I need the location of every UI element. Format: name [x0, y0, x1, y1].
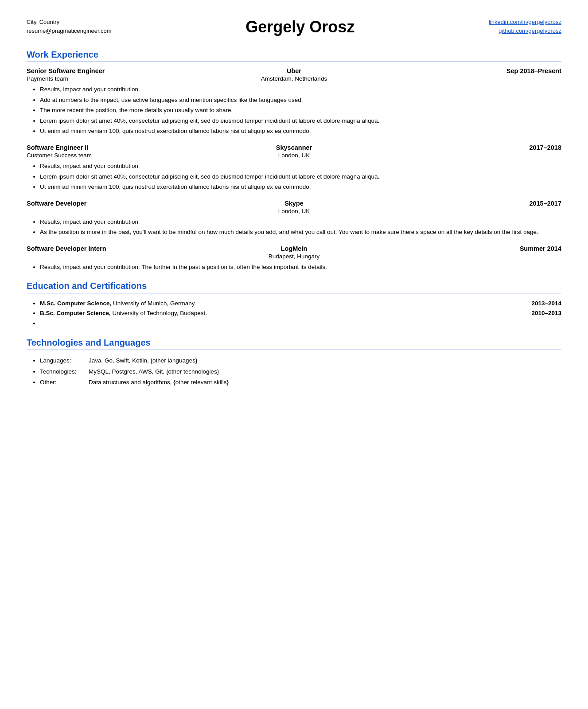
header-city: City, Country: [27, 18, 112, 27]
job-skyscanner-sub-right: [383, 152, 561, 159]
job-logmein-title: Software Developer Intern: [27, 245, 205, 252]
education-title: Education and Certifications: [27, 281, 561, 291]
edu-item-msc-bold: M.Sc. Computer Science,: [40, 300, 111, 307]
github-link[interactable]: github.com/gergelyorosz: [498, 27, 561, 34]
job-skype-team: [27, 208, 205, 214]
job-uber: Senior Software Engineer Uber Sep 2018–P…: [27, 67, 561, 136]
list-item: M.Sc. Computer Science, University of Mu…: [40, 299, 561, 309]
list-item: Ut enim ad minim veniam 100, quis nostru…: [40, 182, 561, 192]
job-logmein-sub-right: [383, 253, 561, 260]
job-skyscanner: Software Engineer II Skyscanner 2017–201…: [27, 144, 561, 192]
tech-languages-value: Java, Go, Swift, Kotlin, {other language…: [89, 355, 561, 366]
job-skype-date: 2015–2017: [383, 200, 561, 207]
list-item: The more recent the position, the more d…: [40, 105, 561, 115]
job-skype-location: London, UK: [205, 208, 383, 214]
work-experience-section: Work Experience Senior Software Engineer…: [27, 50, 561, 272]
candidate-name: Gergely Orosz: [112, 18, 489, 36]
list-item: Add at numbers to the impact, use active…: [40, 95, 561, 105]
list-item: Results, impact and your contribution.: [40, 85, 561, 94]
tech-technologies-value: MySQL, Postgres, AWS, Git, {other techno…: [89, 366, 561, 377]
job-uber-bullets: Results, impact and your contribution. A…: [27, 85, 561, 136]
list-item: As the position is more in the past, you…: [40, 227, 561, 237]
edu-item-empty-text: [40, 319, 561, 329]
tech-other-label: Other:: [40, 377, 89, 388]
technologies-divider: [27, 350, 561, 350]
job-skyscanner-date: 2017–2018: [383, 144, 561, 151]
tech-technologies-label: Technologies:: [40, 366, 89, 377]
job-skype-company: Skype: [205, 200, 383, 207]
job-uber-date: Sep 2018–Present: [383, 67, 561, 74]
header-name-block: Gergely Orosz: [112, 18, 489, 36]
work-experience-title: Work Experience: [27, 50, 561, 60]
edu-item-msc-text: M.Sc. Computer Science, University of Mu…: [40, 299, 531, 309]
job-skype-sub-right: [383, 208, 561, 214]
job-uber-team: Payments team: [27, 75, 205, 82]
job-skype: Software Developer Skype 2015–2017 Londo…: [27, 200, 561, 237]
header-email: resume@pragmaticengineer.com: [27, 27, 112, 35]
edu-item-msc-rest: University of Munich, Germany.: [111, 300, 196, 307]
list-item: Ut enim ad minim veniam 100, quis nostru…: [40, 126, 561, 136]
technologies-section: Technologies and Languages Languages: Ja…: [27, 338, 561, 388]
job-logmein-bullets: Results, impact and your contribution. T…: [27, 262, 561, 272]
technologies-list: Languages: Java, Go, Swift, Kotlin, {oth…: [27, 355, 561, 388]
education-divider: [27, 293, 561, 293]
resume-header: City, Country resume@pragmaticengineer.c…: [27, 18, 561, 36]
list-item: Results, impact and your contribution. T…: [40, 262, 561, 272]
edu-item-bsc-rest: University of Technology, Budapest.: [111, 310, 207, 316]
list-item: Lorem ipsum dolor sit amet 40%, consecte…: [40, 172, 561, 182]
education-list: M.Sc. Computer Science, University of Mu…: [27, 299, 561, 329]
list-item: Other: Data structures and algorithms, {…: [40, 377, 561, 388]
job-skyscanner-company: Skyscanner: [205, 144, 383, 151]
list-item: Languages: Java, Go, Swift, Kotlin, {oth…: [40, 355, 561, 366]
list-item: [40, 319, 561, 329]
job-skyscanner-bullets: Results, impact and your contribution Lo…: [27, 161, 561, 192]
edu-item-bsc-text: B.Sc. Computer Science, University of Te…: [40, 308, 531, 319]
job-uber-location: Amsterdam, Netherlands: [205, 75, 383, 82]
edu-item-bsc-date: 2010–2013: [531, 308, 561, 319]
job-uber-sub-right: [383, 75, 561, 82]
edu-item-bsc-bold: B.Sc. Computer Science,: [40, 310, 111, 316]
job-skyscanner-team: Customer Success team: [27, 152, 205, 159]
job-logmein-company: LogMeIn: [205, 245, 383, 252]
technologies-title: Technologies and Languages: [27, 338, 561, 348]
list-item: Results, impact and your contribution: [40, 161, 561, 171]
education-section: Education and Certifications M.Sc. Compu…: [27, 281, 561, 329]
job-skyscanner-title: Software Engineer II: [27, 144, 205, 151]
job-logmein-team: [27, 253, 205, 260]
list-item: Lorem ipsum dolor sit amet 40%, consecte…: [40, 116, 561, 126]
job-uber-title: Senior Software Engineer: [27, 67, 205, 74]
job-skype-bullets: Results, impact and your contribution As…: [27, 217, 561, 237]
edu-item-msc-date: 2013–2014: [531, 299, 561, 309]
job-skyscanner-location: London, UK: [205, 152, 383, 159]
header-contact-left: City, Country resume@pragmaticengineer.c…: [27, 18, 112, 35]
job-uber-company: Uber: [205, 67, 383, 74]
job-skype-title: Software Developer: [27, 200, 205, 207]
list-item: Results, impact and your contribution: [40, 217, 561, 227]
list-item: B.Sc. Computer Science, University of Te…: [40, 308, 561, 319]
header-links-right: linkedin.com/in/gergelyorosz github.com/…: [489, 18, 561, 35]
job-logmein-location: Budapest, Hungary: [205, 253, 383, 260]
work-experience-divider: [27, 62, 561, 62]
job-logmein: Software Developer Intern LogMeIn Summer…: [27, 245, 561, 272]
tech-other-value: Data structures and algorithms, {other r…: [89, 377, 561, 388]
tech-languages-label: Languages:: [40, 355, 89, 366]
list-item: Technologies: MySQL, Postgres, AWS, Git,…: [40, 366, 561, 377]
job-logmein-date: Summer 2014: [383, 245, 561, 252]
linkedin-link[interactable]: linkedin.com/in/gergelyorosz: [489, 19, 561, 25]
